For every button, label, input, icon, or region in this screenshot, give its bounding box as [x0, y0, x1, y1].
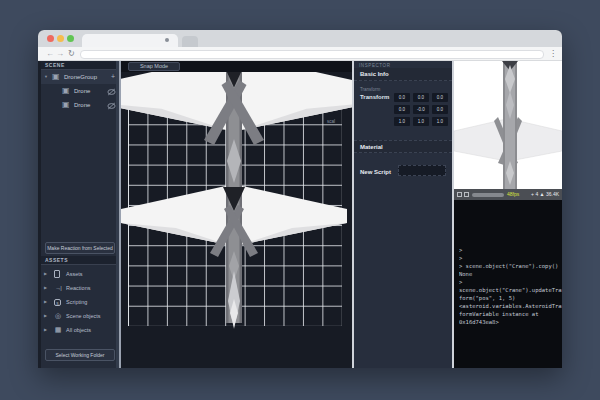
- reaction-arrow-icon: →|: [54, 284, 62, 292]
- console-line: >: [459, 254, 562, 262]
- visibility-eye-icon[interactable]: [107, 101, 116, 115]
- material-header[interactable]: Material: [354, 140, 452, 153]
- scale-x-field[interactable]: 1.0: [394, 117, 410, 126]
- tree-item-label: DroneGroup: [64, 70, 97, 84]
- browser-window: ← → ↻ ⋮ SCENE ▼ ▣ DroneGroup + ▣ Drone: [38, 30, 562, 368]
- asset-item-scene-objects[interactable]: ▶ ◎ Scene objects: [41, 309, 119, 323]
- cube-icon: ▣: [52, 70, 60, 84]
- close-window-button[interactable]: [47, 35, 54, 42]
- document-icon: [54, 270, 60, 278]
- asset-item-scripting[interactable]: ▶ s Scripting: [41, 295, 119, 309]
- console-line: 0x16d743ea8>: [459, 318, 562, 326]
- chevron-right-icon[interactable]: ▶: [44, 323, 47, 337]
- chevron-right-icon[interactable]: ▶: [44, 295, 47, 309]
- asset-item-label: All objects: [66, 323, 91, 337]
- console-line: form("pos", 1, 5): [459, 294, 562, 302]
- performance-meter: [472, 193, 504, 197]
- browser-toolbar: ← → ↻ ⋮: [38, 47, 562, 61]
- scene-panel-header: SCENE: [41, 61, 119, 70]
- chevron-down-icon[interactable]: ▼: [44, 70, 48, 84]
- main-3d-viewport[interactable]: Snap Mode: [121, 61, 352, 368]
- maximize-window-button[interactable]: [67, 35, 74, 42]
- rot-y-field[interactable]: -0.0: [413, 105, 429, 114]
- editor-content: SCENE ▼ ▣ DroneGroup + ▣ Drone ▣ Drone: [38, 61, 562, 368]
- scale-y-field[interactable]: 1.0: [413, 117, 429, 126]
- tree-item-drone-2[interactable]: ▣ Drone: [41, 98, 119, 112]
- asset-item-label: Assets: [66, 267, 83, 281]
- asset-item-all-objects[interactable]: ▶ ▦ All objects: [41, 323, 119, 337]
- fps-counter: 48fps: [507, 189, 519, 200]
- tab-favicon: [165, 38, 169, 42]
- minimize-window-button[interactable]: [57, 35, 64, 42]
- chevron-right-icon[interactable]: ▶: [44, 309, 47, 323]
- chevron-right-icon[interactable]: ▶: [44, 281, 47, 295]
- browser-tab[interactable]: [82, 34, 178, 47]
- layers-icon[interactable]: [464, 192, 469, 197]
- browser-tab-strip: [38, 30, 562, 47]
- python-console[interactable]: > > > scene.object("Crane").copy() None …: [454, 200, 562, 368]
- new-tab-button[interactable]: [182, 36, 198, 47]
- make-reaction-button[interactable]: Make Reaction from Selected: [45, 242, 115, 254]
- script-name-input[interactable]: [398, 165, 446, 176]
- asset-item-reactions[interactable]: ▶ →| Reactions: [41, 281, 119, 295]
- reload-icon[interactable]: ↻: [68, 48, 75, 60]
- pos-y-field[interactable]: 0.0: [413, 93, 429, 102]
- tree-item-label: Drone: [74, 84, 90, 98]
- add-child-button[interactable]: +: [111, 70, 115, 84]
- chevron-right-icon[interactable]: ▶: [44, 267, 47, 281]
- camera-icon[interactable]: [457, 192, 462, 197]
- cube-icon: ▣: [62, 84, 70, 98]
- console-line: <asteroid.variables.AsteroidTrans: [459, 302, 562, 310]
- url-bar[interactable]: [80, 50, 544, 59]
- preview-toolbar: 48fps + 4 ▲ 36.4K: [454, 189, 562, 200]
- viewport-top-bar: Snap Mode: [121, 61, 352, 72]
- target-circle-icon: ◎: [54, 312, 62, 320]
- right-column: 48fps + 4 ▲ 36.4K > > > scene.object("Cr…: [454, 61, 562, 368]
- transform-header: Transform: [360, 94, 389, 100]
- scale-z-field[interactable]: 1.0: [432, 117, 448, 126]
- console-line: scene.object("Crane").updateTrans: [459, 286, 562, 294]
- rot-x-field[interactable]: 0.0: [394, 105, 410, 114]
- drone-model-top-view[interactable]: [121, 61, 352, 368]
- cube-icon: ▣: [62, 98, 70, 112]
- assets-panel-header: ASSETS: [41, 256, 119, 265]
- asset-item-label: Scene objects: [66, 309, 101, 323]
- console-line: None: [459, 270, 562, 278]
- select-working-folder-button[interactable]: Select Working Folder: [45, 349, 115, 361]
- console-line: >: [459, 246, 562, 254]
- poly-count-stats: + 4 ▲ 36.4K: [531, 189, 559, 200]
- console-line: > scene.object("Crane").copy(): [459, 262, 562, 270]
- asset-item-label: Reactions: [66, 281, 90, 295]
- scene-sidebar: SCENE ▼ ▣ DroneGroup + ▣ Drone ▣ Drone: [38, 61, 119, 368]
- inspector-panel: INSPECTOR Basic Info Transform Transform…: [354, 61, 452, 368]
- asset-item-label: Scripting: [66, 295, 87, 309]
- rot-z-field[interactable]: 0.0: [432, 105, 448, 114]
- camera-preview-viewport[interactable]: [454, 61, 562, 189]
- drone-model-preview: [454, 61, 562, 189]
- snap-mode-button[interactable]: Snap Mode: [128, 62, 180, 71]
- tree-item-label: Drone: [74, 98, 90, 112]
- forward-icon[interactable]: →: [56, 48, 64, 60]
- tree-item-drone-1[interactable]: ▣ Drone: [41, 84, 119, 98]
- console-line: >: [459, 278, 562, 286]
- menu-icon[interactable]: ⋮: [549, 48, 557, 60]
- asset-item-assets[interactable]: ▶ Assets: [41, 267, 119, 281]
- new-script-button[interactable]: New Script: [360, 166, 391, 178]
- back-icon[interactable]: ←: [46, 48, 54, 60]
- tree-item-dronegroup[interactable]: ▼ ▣ DroneGroup +: [41, 70, 119, 84]
- grid-icon: ▦: [54, 326, 62, 334]
- pos-z-field[interactable]: 0.0: [432, 93, 448, 102]
- transform-overline: Transform: [360, 87, 380, 92]
- console-line: formVariable instance at: [459, 310, 562, 318]
- script-icon: s: [54, 299, 61, 306]
- basic-info-header[interactable]: Basic Info: [354, 68, 452, 81]
- pos-x-field[interactable]: 0.0: [394, 93, 410, 102]
